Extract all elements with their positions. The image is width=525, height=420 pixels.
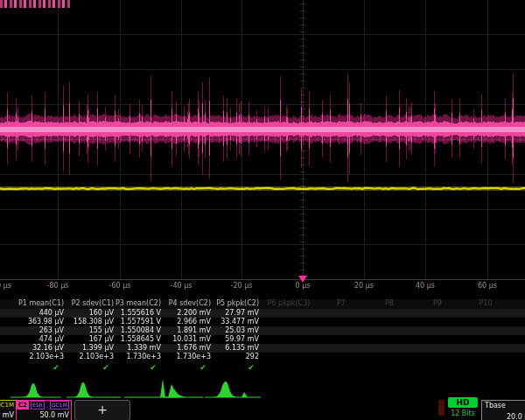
c2-coupling-tag: DC1M: [50, 401, 69, 410]
histicon-p4: [163, 384, 203, 397]
measure-cell: 1.730e+3: [108, 353, 161, 361]
status-check-icon: ✔: [50, 363, 62, 372]
param-header-unused[interactable]: P11: [508, 299, 525, 308]
measure-cell: 155 µV: [61, 326, 114, 335]
time-axis-label: -60 µs: [109, 282, 131, 290]
measure-row: 474 µV167 µV1.558645 V10.031 mV59.97 mV: [0, 335, 525, 344]
hd-mode-badge[interactable]: HD: [448, 397, 478, 408]
hd-bits-label: 12 Bits: [448, 410, 478, 417]
measure-cell: 33.477 mV: [206, 318, 259, 326]
param-header[interactable]: P2 sdev(C1): [61, 299, 114, 308]
measure-cell: 1.399 µV: [61, 344, 114, 353]
histicon-p5: [205, 382, 261, 397]
measure-cell: 1.558645 V: [108, 335, 161, 344]
timebase-title: Tbase: [485, 402, 506, 410]
time-axis-label: -20 µs: [231, 282, 253, 290]
timebase-scale: 20.0 µs/div: [507, 413, 525, 420]
time-axis-label: -100 µs: [0, 282, 11, 290]
param-header-unused[interactable]: P6 pkpk(C3): [262, 299, 315, 308]
channel-descriptor-c2[interactable]: C2 ESR DC1M 50.0 mV: [16, 400, 72, 420]
measure-cell: 1.676 mV: [158, 344, 211, 353]
measure-row: 263 µV155 µV1.550084 V1.891 mV25.03 mV: [0, 326, 525, 335]
measure-row: 440 µV160 µV1.555616 V2.200 mV27.97 mV: [0, 309, 525, 318]
measure-cell: 440 µV: [11, 309, 64, 318]
param-header-unused[interactable]: P7: [315, 299, 368, 308]
measure-cell: 363.98 µV: [11, 318, 64, 326]
timebase-descriptor[interactable]: Tbase 20.0 µs/div: [481, 400, 525, 420]
measure-cell: 59.97 mV: [206, 335, 259, 344]
measure-cell: 2.966 mV: [158, 318, 211, 326]
oscilloscope-screen: -100 µs-80 µs-60 µs-40 µs-20 µs0 µs20 µs…: [0, 0, 525, 420]
time-axis-label: 40 µs: [416, 282, 435, 290]
measure-cell: 10.031 mV: [158, 335, 211, 344]
measure-cell: 6.135 mV: [206, 344, 259, 353]
status-check-icon: ✔: [100, 363, 112, 372]
param-header[interactable]: P3 mean(C2): [108, 299, 161, 308]
param-header[interactable]: P5 pkpk(C2): [206, 299, 259, 308]
time-axis-label: 0 µs: [296, 282, 311, 290]
param-header[interactable]: P1 mean(C1): [11, 299, 64, 308]
measure-cell: 1.550084 V: [108, 326, 161, 335]
measure-cell: 1.557591 V: [108, 318, 161, 326]
measure-cell: 158.308 µV: [61, 318, 114, 326]
clipped-trace-label-fragment: [0, 0, 70, 8]
measure-header-row: P1 mean(C1)P2 sdev(C1)P3 mean(C2)P4 sdev…: [0, 299, 525, 309]
histicons: [0, 377, 525, 400]
measure-cell: 25.03 mV: [206, 326, 259, 335]
c1-coupling-tag: DC1M: [0, 402, 14, 409]
param-header-unused[interactable]: P10: [459, 299, 512, 308]
channel-descriptor-c1[interactable]: DC1M 10.0 mV: [0, 400, 17, 420]
waveform-grid[interactable]: [0, 0, 525, 290]
histicon-p1: [10, 383, 61, 397]
time-axis-label: 60 µs: [478, 282, 497, 290]
param-header-unused[interactable]: P9: [411, 299, 464, 308]
status-check-icon: ✔: [147, 363, 159, 372]
measure-cell: 160 µV: [61, 309, 114, 318]
measure-cell: 1.555616 V: [108, 309, 161, 318]
measure-status-row: ✔✔✔✔✔: [0, 362, 525, 374]
c2-esr-tag: ESR: [31, 401, 45, 410]
measure-row: 2.103e+32.103e+31.730e+31.730e+3292: [0, 353, 525, 361]
measure-cell: 474 µV: [11, 335, 64, 344]
c2-channel-chip: C2: [17, 401, 29, 410]
time-axis-label: -80 µs: [47, 282, 69, 290]
param-header[interactable]: P4 sdev(C2): [158, 299, 211, 308]
status-check-icon: ✔: [197, 363, 209, 372]
measure-cell: 1.730e+3: [158, 353, 211, 361]
measure-cell: 32.16 µV: [11, 344, 64, 353]
measure-cell: 263 µV: [11, 326, 64, 335]
measure-cell: 2.200 mV: [158, 309, 211, 318]
measure-cell: 292: [206, 353, 259, 361]
c1-volts-per-div: 10.0 mV: [0, 411, 14, 419]
measure-cell: 2.103e+3: [61, 353, 114, 361]
time-axis-label: -40 µs: [171, 282, 192, 290]
measure-row: 363.98 µV158.308 µV1.557591 V2.966 mV33.…: [0, 318, 525, 326]
measure-cell: 167 µV: [61, 335, 114, 344]
measure-cell: 2.103e+3: [11, 353, 64, 361]
time-axis-label: 20 µs: [354, 282, 374, 290]
measure-row: 32.16 µV1.399 µV1.339 mV1.676 mV6.135 mV: [0, 344, 525, 353]
param-header-unused[interactable]: P8: [363, 299, 416, 308]
measure-cell: 1.891 mV: [158, 326, 211, 335]
clipped-descriptor-fragment: [438, 400, 444, 416]
measure-cell: 1.339 mV: [108, 344, 161, 353]
status-check-icon: ✔: [245, 363, 257, 372]
c2-volts-per-div: 50.0 mV: [39, 411, 69, 419]
measure-cell: 27.97 mV: [206, 309, 259, 318]
add-trace-button[interactable]: +: [74, 400, 130, 420]
histicon-p2: [66, 382, 121, 397]
